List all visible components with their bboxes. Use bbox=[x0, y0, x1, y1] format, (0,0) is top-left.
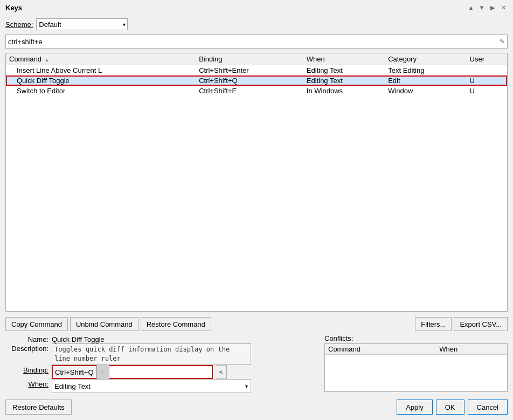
col-binding[interactable]: Binding bbox=[196, 53, 303, 65]
scheme-row: Scheme: Default bbox=[5, 18, 508, 30]
description-label: Description: bbox=[5, 343, 48, 353]
table-cell: U bbox=[467, 86, 507, 96]
scheme-label: Scheme: bbox=[5, 20, 33, 29]
keys-dialog: Keys ▲ ▼ ▶ ✕ Scheme: Default ✎ bbox=[0, 0, 513, 420]
binding-label: Binding: bbox=[5, 365, 48, 374]
apply-button[interactable]: Apply bbox=[397, 400, 433, 415]
table-cell: Edit bbox=[385, 75, 466, 86]
bottom-buttons-row: Restore Defaults Apply OK Cancel bbox=[5, 400, 508, 415]
table-header-row: Command ▲ Binding When Category bbox=[6, 53, 507, 65]
export-csv-button[interactable]: Export CSV... bbox=[454, 317, 508, 331]
sort-arrow-command: ▲ bbox=[45, 57, 50, 63]
col-command[interactable]: Command ▲ bbox=[6, 53, 196, 65]
ok-button[interactable]: OK bbox=[436, 400, 465, 415]
name-value: Quick Diff Toggle bbox=[52, 334, 105, 343]
table-row[interactable]: Insert Line Above Current LCtrl+Shift+En… bbox=[6, 65, 507, 76]
binding-current: Ctrl+Shift+Q bbox=[53, 366, 96, 378]
restore-button[interactable]: ▼ bbox=[477, 3, 486, 12]
search-icon: ✎ bbox=[500, 38, 505, 45]
table-cell: Editing Text bbox=[303, 75, 385, 86]
col-user[interactable]: User bbox=[467, 53, 507, 65]
minimize-button[interactable]: ▲ bbox=[467, 3, 475, 12]
details-section: Name: Quick Diff Toggle Description: Tog… bbox=[5, 334, 319, 393]
table-cell: In Windows bbox=[303, 86, 385, 96]
table-cell: Quick Diff Toggle bbox=[6, 75, 196, 86]
col-when[interactable]: When bbox=[303, 53, 385, 65]
table-cell: Text Editing bbox=[385, 65, 466, 76]
conflicts-section: Conflicts: Command When bbox=[324, 334, 508, 392]
cancel-button[interactable]: Cancel bbox=[468, 400, 508, 415]
keybindings-table-container: Command ▲ Binding When Category bbox=[5, 53, 508, 312]
title-controls: ▲ ▼ ▶ ✕ bbox=[467, 3, 508, 12]
restore-defaults-button[interactable]: Restore Defaults bbox=[5, 400, 72, 415]
binding-separator: : bbox=[96, 365, 109, 379]
maximize-button[interactable]: ▶ bbox=[488, 3, 497, 12]
table-row[interactable]: Quick Diff ToggleCtrl+Shift+QEditing Tex… bbox=[6, 75, 507, 86]
title-bar: Keys ▲ ▼ ▶ ✕ bbox=[0, 0, 513, 14]
table-cell: Ctrl+Shift+Enter bbox=[196, 65, 303, 76]
unbind-command-button[interactable]: Unbind Command bbox=[70, 317, 138, 331]
close-button[interactable]: ✕ bbox=[499, 3, 508, 12]
table-cell bbox=[467, 65, 507, 76]
conflicts-label: Conflicts: bbox=[324, 334, 508, 342]
table-row[interactable]: Switch to EditorCtrl+Shift+EIn WindowsWi… bbox=[6, 86, 507, 96]
name-row: Name: Quick Diff Toggle bbox=[5, 334, 319, 343]
conflicts-table-container: Command When bbox=[324, 343, 508, 392]
action-buttons-right: Filters... Export CSV... bbox=[415, 317, 508, 331]
binding-arrow-button[interactable]: < bbox=[216, 365, 227, 379]
scheme-select[interactable]: Default bbox=[36, 18, 128, 30]
when-select[interactable]: Editing Text bbox=[52, 379, 251, 393]
search-input[interactable] bbox=[8, 38, 497, 46]
action-buttons: Copy Command Unbind Command Restore Comm… bbox=[5, 317, 508, 331]
table-cell: Insert Line Above Current L bbox=[6, 65, 196, 76]
action-buttons-left: Copy Command Unbind Command Restore Comm… bbox=[5, 317, 211, 331]
copy-command-button[interactable]: Copy Command bbox=[5, 317, 68, 331]
scheme-select-wrapper: Default bbox=[36, 18, 128, 30]
restore-command-button[interactable]: Restore Command bbox=[141, 317, 211, 331]
table-cell: Window bbox=[385, 86, 466, 96]
description-textarea: Toggles quick diff information display o… bbox=[52, 343, 251, 365]
table-cell: Ctrl+Shift+Q bbox=[196, 75, 303, 86]
col-category[interactable]: Category bbox=[385, 53, 466, 65]
when-row: When: Editing Text bbox=[5, 379, 319, 393]
conflicts-header-row: Command When bbox=[325, 344, 507, 355]
description-row: Description: Toggles quick diff informat… bbox=[5, 343, 319, 365]
conflicts-col-when: When bbox=[436, 344, 507, 355]
table-cell: Switch to Editor bbox=[6, 86, 196, 96]
keybindings-table: Command ▲ Binding When Category bbox=[6, 53, 507, 96]
when-label: When: bbox=[5, 379, 48, 388]
binding-input[interactable] bbox=[109, 366, 212, 378]
search-box: ✎ bbox=[5, 35, 508, 49]
dialog-title: Keys bbox=[5, 4, 22, 12]
dialog-content: Scheme: Default ✎ Command ▲ bbox=[0, 14, 513, 420]
binding-row: Binding: Ctrl+Shift+Q : < bbox=[5, 365, 319, 379]
filters-button[interactable]: Filters... bbox=[415, 317, 452, 331]
table-cell: U bbox=[467, 75, 507, 86]
conflicts-col-command: Command bbox=[325, 344, 436, 355]
when-select-wrapper: Editing Text bbox=[52, 379, 251, 393]
conflicts-table: Command When bbox=[325, 344, 507, 355]
name-label: Name: bbox=[5, 334, 48, 343]
lower-area: Name: Quick Diff Toggle Description: Tog… bbox=[5, 334, 508, 393]
binding-box: Ctrl+Shift+Q : bbox=[52, 365, 213, 379]
table-cell: Ctrl+Shift+E bbox=[196, 86, 303, 96]
table-cell: Editing Text bbox=[303, 65, 385, 76]
